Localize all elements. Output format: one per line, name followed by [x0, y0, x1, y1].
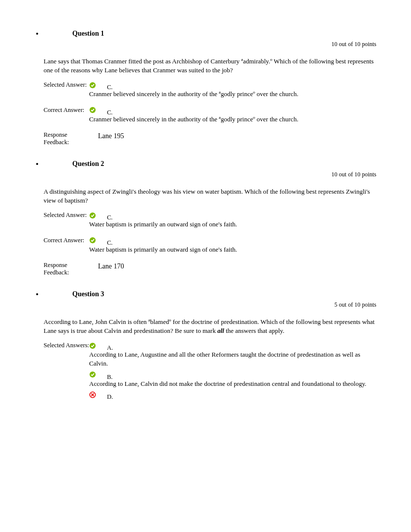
answer-option: C. Cranmer believed sincerely in the aut…	[89, 106, 376, 124]
question-score: 5 out of 10 points	[44, 301, 376, 309]
option-letter: C.	[107, 109, 112, 116]
question-prompt: A distinguishing aspect of Zwingli's the…	[44, 187, 376, 205]
option-letter: C.	[107, 239, 112, 247]
selected-answer-label: Selected Answer:	[44, 81, 89, 89]
check-icon	[89, 106, 96, 113]
check-icon	[89, 237, 96, 244]
answer-option: C. Water baptism is primarily an outward…	[89, 237, 376, 254]
cross-icon	[89, 391, 96, 398]
selected-answers-label: Selected Answers:	[44, 342, 89, 349]
question-title: Question 1	[72, 30, 104, 37]
option-text: According to Lane, Calvin did not make t…	[89, 379, 376, 388]
question-score: 10 out of 10 points	[44, 41, 376, 48]
question-item: Question 2 10 out of 10 points A disting…	[44, 160, 376, 276]
option-text: Water baptism is primarily an outward si…	[89, 245, 257, 254]
option-letter: D.	[107, 393, 113, 401]
question-title: Question 2	[72, 160, 104, 167]
feedback-text: Lane 170	[89, 262, 376, 270]
question-item: Question 3 5 out of 10 points According …	[44, 290, 376, 401]
option-text: Cranmer believed sincerely in the author…	[89, 115, 347, 124]
option-letter: C.	[107, 84, 112, 91]
option-text: Cranmer believed sincerely in the author…	[89, 90, 347, 99]
check-icon	[89, 342, 96, 349]
question-score: 10 out of 10 points	[44, 171, 376, 178]
question-prompt: According to Lane, John Calvin is often …	[44, 318, 376, 335]
option-letter: B.	[107, 373, 112, 381]
answer-option: B. According to Lane, Calvin did not mak…	[89, 371, 376, 388]
answer-option: D.	[89, 391, 376, 398]
feedback-label: Response Feedback:	[44, 131, 89, 146]
option-letter: A.	[107, 344, 113, 352]
feedback-label: Response Feedback:	[44, 262, 89, 276]
option-text: According to Lane, Augustine and all the…	[89, 350, 376, 368]
question-list: Question 1 10 out of 10 points Lane says…	[35, 30, 376, 401]
option-letter: C.	[107, 214, 112, 221]
check-icon	[89, 82, 96, 89]
correct-answer-label: Correct Answer:	[44, 106, 89, 114]
answer-option: C. Water baptism is primarily an outward…	[89, 212, 376, 229]
answer-option: A. According to Lane, Augustine and all …	[89, 342, 376, 368]
question-item: Question 1 10 out of 10 points Lane says…	[44, 30, 376, 146]
check-icon	[89, 371, 96, 378]
question-prompt: Lane says that Thomas Cranmer fitted the…	[44, 57, 376, 74]
selected-answer-label: Selected Answer:	[44, 212, 89, 219]
feedback-text: Lane 195	[89, 131, 376, 140]
question-title: Question 3	[72, 290, 104, 298]
answer-option: C. Cranmer believed sincerely in the aut…	[89, 81, 376, 99]
check-icon	[89, 212, 96, 219]
option-text: Water baptism is primarily an outward si…	[89, 220, 257, 229]
correct-answer-label: Correct Answer:	[44, 237, 89, 244]
